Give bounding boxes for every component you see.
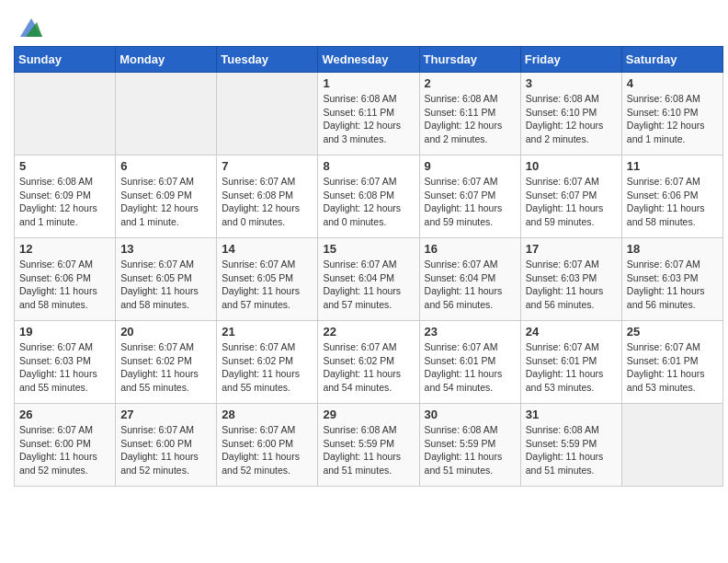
day-info: Sunrise: 6:07 AM Sunset: 6:05 PM Dayligh…	[120, 258, 211, 312]
weekday-label: Saturday	[621, 47, 722, 73]
calendar-cell: 18Sunrise: 6:07 AM Sunset: 6:03 PM Dayli…	[621, 238, 722, 321]
calendar-cell: 6Sunrise: 6:07 AM Sunset: 6:09 PM Daylig…	[116, 155, 217, 238]
calendar-cell: 23Sunrise: 6:07 AM Sunset: 6:01 PM Dayli…	[419, 321, 520, 404]
day-number: 8	[323, 159, 414, 173]
day-info: Sunrise: 6:07 AM Sunset: 6:06 PM Dayligh…	[19, 258, 110, 312]
calendar-cell	[116, 73, 217, 155]
day-info: Sunrise: 6:07 AM Sunset: 6:01 PM Dayligh…	[627, 340, 718, 395]
day-number: 2	[425, 76, 516, 90]
calendar-cell: 4Sunrise: 6:08 AM Sunset: 6:10 PM Daylig…	[621, 73, 722, 155]
day-info: Sunrise: 6:07 AM Sunset: 6:06 PM Dayligh…	[627, 175, 718, 229]
day-number: 26	[19, 408, 110, 421]
calendar-cell: 14Sunrise: 6:07 AM Sunset: 6:05 PM Dayli…	[217, 238, 318, 321]
weekday-label: Wednesday	[318, 47, 419, 73]
day-info: Sunrise: 6:08 AM Sunset: 5:59 PM Dayligh…	[323, 423, 414, 477]
day-number: 24	[526, 325, 617, 339]
calendar-cell: 16Sunrise: 6:07 AM Sunset: 6:04 PM Dayli…	[419, 238, 520, 321]
day-info: Sunrise: 6:07 AM Sunset: 6:04 PM Dayligh…	[323, 258, 414, 312]
calendar-cell: 22Sunrise: 6:07 AM Sunset: 6:02 PM Dayli…	[318, 321, 419, 404]
day-info: Sunrise: 6:07 AM Sunset: 6:03 PM Dayligh…	[627, 258, 718, 312]
weekday-label: Thursday	[419, 47, 520, 73]
calendar-body: 1Sunrise: 6:08 AM Sunset: 6:11 PM Daylig…	[15, 73, 723, 487]
weekday-label: Tuesday	[217, 47, 318, 73]
calendar-cell: 19Sunrise: 6:07 AM Sunset: 6:03 PM Dayli…	[15, 321, 116, 404]
day-info: Sunrise: 6:07 AM Sunset: 6:02 PM Dayligh…	[323, 340, 414, 395]
calendar-cell: 30Sunrise: 6:08 AM Sunset: 5:59 PM Dayli…	[419, 404, 520, 487]
calendar-cell: 29Sunrise: 6:08 AM Sunset: 5:59 PM Dayli…	[318, 404, 419, 487]
logo-icon	[20, 18, 42, 37]
calendar-cell	[217, 73, 318, 155]
calendar-cell: 25Sunrise: 6:07 AM Sunset: 6:01 PM Dayli…	[621, 321, 722, 404]
day-number: 31	[526, 408, 617, 421]
day-info: Sunrise: 6:07 AM Sunset: 6:00 PM Dayligh…	[120, 423, 211, 477]
day-number: 10	[526, 159, 617, 173]
calendar-table: SundayMondayTuesdayWednesdayThursdayFrid…	[14, 46, 723, 487]
calendar-cell: 27Sunrise: 6:07 AM Sunset: 6:00 PM Dayli…	[116, 404, 217, 487]
calendar-cell: 28Sunrise: 6:07 AM Sunset: 6:00 PM Dayli…	[217, 404, 318, 487]
weekday-label: Monday	[116, 47, 217, 73]
calendar-cell: 5Sunrise: 6:08 AM Sunset: 6:09 PM Daylig…	[15, 155, 116, 238]
calendar-cell: 24Sunrise: 6:07 AM Sunset: 6:01 PM Dayli…	[520, 321, 621, 404]
calendar-cell: 15Sunrise: 6:07 AM Sunset: 6:04 PM Dayli…	[318, 238, 419, 321]
day-number: 3	[526, 76, 617, 90]
day-number: 19	[19, 325, 110, 339]
calendar-cell: 3Sunrise: 6:08 AM Sunset: 6:10 PM Daylig…	[520, 73, 621, 155]
day-number: 6	[120, 159, 211, 173]
day-number: 25	[627, 325, 718, 339]
day-number: 15	[323, 242, 414, 256]
calendar-cell	[15, 73, 116, 155]
day-info: Sunrise: 6:07 AM Sunset: 6:09 PM Dayligh…	[120, 175, 211, 229]
day-info: Sunrise: 6:07 AM Sunset: 6:04 PM Dayligh…	[425, 258, 516, 312]
day-number: 29	[323, 408, 414, 421]
calendar-cell: 10Sunrise: 6:07 AM Sunset: 6:07 PM Dayli…	[520, 155, 621, 238]
calendar-cell: 31Sunrise: 6:08 AM Sunset: 5:59 PM Dayli…	[520, 404, 621, 487]
day-info: Sunrise: 6:07 AM Sunset: 6:00 PM Dayligh…	[19, 423, 110, 477]
day-number: 18	[627, 242, 718, 256]
weekday-header-row: SundayMondayTuesdayWednesdayThursdayFrid…	[15, 47, 723, 73]
day-info: Sunrise: 6:08 AM Sunset: 6:09 PM Dayligh…	[19, 175, 110, 229]
calendar-cell	[621, 404, 722, 487]
day-info: Sunrise: 6:08 AM Sunset: 6:10 PM Dayligh…	[526, 92, 617, 146]
day-number: 9	[425, 159, 516, 173]
day-number: 14	[222, 242, 313, 256]
calendar-cell: 1Sunrise: 6:08 AM Sunset: 6:11 PM Daylig…	[318, 73, 419, 155]
day-number: 1	[323, 76, 414, 90]
day-number: 5	[19, 159, 110, 173]
logo	[18, 18, 42, 41]
weekday-label: Friday	[520, 47, 621, 73]
day-info: Sunrise: 6:07 AM Sunset: 6:02 PM Dayligh…	[222, 340, 313, 395]
day-number: 22	[323, 325, 414, 339]
day-info: Sunrise: 6:07 AM Sunset: 6:08 PM Dayligh…	[323, 175, 414, 229]
day-info: Sunrise: 6:08 AM Sunset: 5:59 PM Dayligh…	[425, 423, 516, 477]
day-number: 13	[120, 242, 211, 256]
day-info: Sunrise: 6:07 AM Sunset: 6:03 PM Dayligh…	[19, 340, 110, 395]
day-number: 7	[222, 159, 313, 173]
calendar-week-row: 26Sunrise: 6:07 AM Sunset: 6:00 PM Dayli…	[15, 404, 723, 487]
day-info: Sunrise: 6:07 AM Sunset: 6:05 PM Dayligh…	[222, 258, 313, 312]
calendar-cell: 13Sunrise: 6:07 AM Sunset: 6:05 PM Dayli…	[116, 238, 217, 321]
day-number: 16	[425, 242, 516, 256]
weekday-label: Sunday	[15, 47, 116, 73]
day-info: Sunrise: 6:07 AM Sunset: 6:02 PM Dayligh…	[120, 340, 211, 395]
day-info: Sunrise: 6:07 AM Sunset: 6:00 PM Dayligh…	[222, 423, 313, 477]
day-number: 20	[120, 325, 211, 339]
day-info: Sunrise: 6:07 AM Sunset: 6:07 PM Dayligh…	[425, 175, 516, 229]
day-number: 28	[222, 408, 313, 421]
calendar-cell: 7Sunrise: 6:07 AM Sunset: 6:08 PM Daylig…	[217, 155, 318, 238]
day-number: 23	[425, 325, 516, 339]
calendar-cell: 20Sunrise: 6:07 AM Sunset: 6:02 PM Dayli…	[116, 321, 217, 404]
calendar-week-row: 1Sunrise: 6:08 AM Sunset: 6:11 PM Daylig…	[15, 73, 723, 155]
calendar-week-row: 19Sunrise: 6:07 AM Sunset: 6:03 PM Dayli…	[15, 321, 723, 404]
day-number: 27	[120, 408, 211, 421]
day-info: Sunrise: 6:07 AM Sunset: 6:07 PM Dayligh…	[526, 175, 617, 229]
calendar-cell: 12Sunrise: 6:07 AM Sunset: 6:06 PM Dayli…	[15, 238, 116, 321]
day-info: Sunrise: 6:07 AM Sunset: 6:01 PM Dayligh…	[526, 340, 617, 395]
day-number: 12	[19, 242, 110, 256]
calendar-cell: 21Sunrise: 6:07 AM Sunset: 6:02 PM Dayli…	[217, 321, 318, 404]
day-number: 4	[627, 76, 718, 90]
calendar-week-row: 12Sunrise: 6:07 AM Sunset: 6:06 PM Dayli…	[15, 238, 723, 321]
day-info: Sunrise: 6:08 AM Sunset: 6:11 PM Dayligh…	[425, 92, 516, 146]
day-info: Sunrise: 6:07 AM Sunset: 6:08 PM Dayligh…	[222, 175, 313, 229]
day-number: 17	[526, 242, 617, 256]
day-info: Sunrise: 6:08 AM Sunset: 6:11 PM Dayligh…	[323, 92, 414, 146]
